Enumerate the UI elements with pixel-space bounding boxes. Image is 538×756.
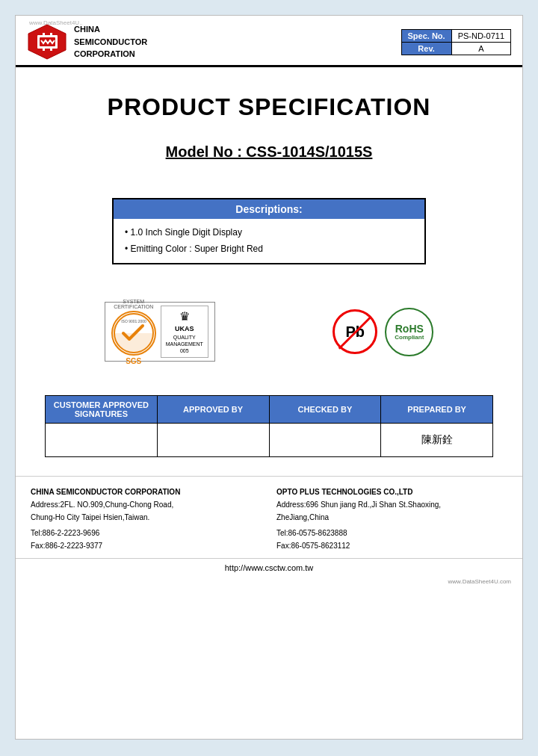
footer-left-tel: Tel:886-2-2223-9696 <box>31 527 262 539</box>
ukas-management: MANAGEMENT <box>166 341 203 347</box>
ukas-crown-icon: ♛ <box>166 309 203 325</box>
desc-item-2: Emitting Color : Super Bright Red <box>125 241 413 258</box>
cert-section: SYSTEMCERTIFICATION ISO 9001:2000 SGS <box>16 287 522 377</box>
ukas-box: ♛ UKAS QUALITY MANAGEMENT 005 <box>161 306 208 358</box>
rohs-label: RoHS <box>395 323 424 334</box>
spec-no-label: Spec. No. <box>401 29 451 42</box>
svg-rect-5 <box>43 48 45 51</box>
sig-col-checked: CHECKED BY <box>269 396 381 424</box>
signature-table: CUSTOMER APPROVED SIGNATURES APPROVED BY… <box>45 395 493 457</box>
rev-label: Rev. <box>401 42 451 55</box>
ukas-number: 005 <box>166 347 203 354</box>
svg-rect-4 <box>50 33 52 36</box>
footer-left-addr2: Chung-Ho City Taipei Hsien,Taiwan. <box>31 511 262 524</box>
footer-right-fax: Fax:86-0575-8623112 <box>276 539 507 552</box>
footer-left-addr1: Address:2FL. NO.909,Chung-Chong Road, <box>31 498 262 511</box>
main-title: PRODUCT SPECIFICATION <box>31 93 507 121</box>
rohs-compliant: Compliant <box>395 334 424 341</box>
spec-no-value: PS-ND-0711 <box>451 29 510 42</box>
sig-customer-cell <box>46 424 158 457</box>
footer-left: CHINA SEMICONDUCTOR CORPORATION Address:… <box>31 486 262 552</box>
descriptions-body: 1.0 Inch Single Digit Display Emitting C… <box>114 219 424 263</box>
spec-table: Spec. No. PS-ND-0711 Rev. A <box>401 29 511 55</box>
sig-col-prepared: PREPARED BY <box>381 396 493 424</box>
header: CHINA SEMICONDUCTOR CORPORATION Spec. No… <box>16 16 522 67</box>
footer-right: OPTO PLUS TECHNOLOGIES CO.,LTD Address:6… <box>276 486 507 552</box>
sig-checked-cell <box>269 424 381 457</box>
company-name: CHINA SEMICONDUCTOR CORPORATION <box>74 23 147 61</box>
sig-approved-cell <box>157 424 269 457</box>
footer-url: http://www.csctw.com.tw <box>16 558 522 577</box>
pb-text: Pb <box>346 323 365 341</box>
model-no: Model No : CSS-1014S/1015S <box>31 143 507 161</box>
company-logo <box>27 23 68 61</box>
svg-rect-6 <box>50 48 52 51</box>
signature-row: 陳新銓 <box>46 424 493 457</box>
sig-col-approved: APPROVED BY <box>157 396 269 424</box>
footer-right-tel: Tel:86-0575-8623888 <box>276 527 507 539</box>
svg-text:ISO 9001:2000: ISO 9001:2000 <box>121 319 146 323</box>
footer-watermark: www.DataSheet4U.com <box>16 577 522 591</box>
ukas-label: UKAS <box>166 325 203 334</box>
sig-prepared-cell: 陳新銓 <box>381 424 493 457</box>
desc-item-1: 1.0 Inch Single Digit Display <box>125 225 413 241</box>
descriptions-header: Descriptions: <box>114 199 424 219</box>
footer-right-addr2: ZheJiang,China <box>276 511 507 524</box>
svg-rect-3 <box>43 33 45 36</box>
footer-info: CHINA SEMICONDUCTOR CORPORATION Address:… <box>16 476 522 558</box>
descriptions-box: Descriptions: 1.0 Inch Single Digit Disp… <box>112 198 426 264</box>
footer-left-fax: Fax:886-2-2223-9377 <box>31 539 262 552</box>
footer-right-title: OPTO PLUS TECHNOLOGIES CO.,LTD <box>276 486 507 498</box>
pb-badge: Pb <box>333 309 377 354</box>
watermark-top: www.DataSheet4U.. <box>29 19 83 26</box>
sig-col-customer: CUSTOMER APPROVED SIGNATURES <box>46 396 158 424</box>
rev-value: A <box>451 42 510 55</box>
sgs-label: SGS <box>126 357 141 365</box>
footer-left-title: CHINA SEMICONDUCTOR CORPORATION <box>31 486 262 498</box>
prepared-name: 陳新銓 <box>421 433 453 445</box>
title-section: PRODUCT SPECIFICATION Model No : CSS-101… <box>16 67 522 176</box>
pb-rohs-box: Pb RoHS Compliant <box>333 308 433 356</box>
rohs-badge: RoHS Compliant <box>385 308 433 356</box>
sgs-circle: ISO 9001:2000 <box>111 311 156 356</box>
sgs-ukas-box: SYSTEMCERTIFICATION ISO 9001:2000 SGS <box>105 302 215 362</box>
footer-right-addr1: Address:696 Shun jiang Rd.,Ji Shan St.Sh… <box>276 498 507 511</box>
descriptions-section: Descriptions: 1.0 Inch Single Digit Disp… <box>112 198 426 264</box>
logo-area: CHINA SEMICONDUCTOR CORPORATION <box>27 23 394 61</box>
footer-url-text: http://www.csctw.com.tw <box>225 563 314 572</box>
page: www.DataSheet4U.. CHINA SEMICONDUCTO <box>15 15 523 740</box>
signature-section: CUSTOMER APPROVED SIGNATURES APPROVED BY… <box>45 395 493 457</box>
ukas-quality: QUALITY <box>166 334 203 341</box>
